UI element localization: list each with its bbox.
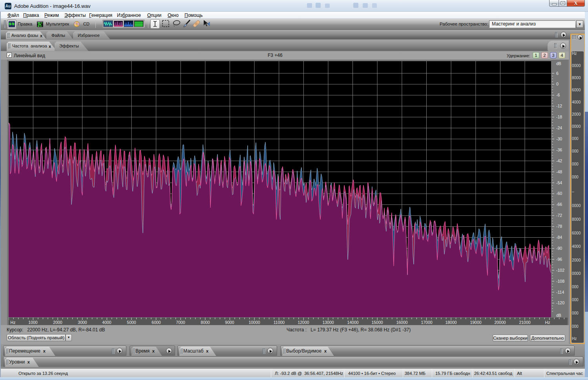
svg-text:20000: 20000 xyxy=(494,320,506,325)
svg-text:-120: -120 xyxy=(556,300,564,305)
svg-text:-60: -60 xyxy=(556,191,562,196)
svg-text:-96: -96 xyxy=(556,257,562,262)
svg-text:7000: 7000 xyxy=(176,320,185,325)
svg-text:13000: 13000 xyxy=(322,320,334,325)
svg-text:Hz: Hz xyxy=(545,320,550,325)
svg-text:19000: 19000 xyxy=(470,320,481,325)
svg-text:-24: -24 xyxy=(556,125,562,130)
svg-text:17000: 17000 xyxy=(421,320,432,325)
svg-text:5000: 5000 xyxy=(127,320,136,325)
svg-text:-12: -12 xyxy=(556,104,562,108)
svg-text:0: 0 xyxy=(556,82,559,86)
svg-text:-48: -48 xyxy=(556,169,562,174)
svg-text:16000: 16000 xyxy=(396,320,407,325)
svg-text:15000: 15000 xyxy=(371,320,383,325)
svg-text:-66: -66 xyxy=(556,202,562,207)
svg-text:-42: -42 xyxy=(556,158,562,163)
svg-text:2000: 2000 xyxy=(53,320,62,325)
svg-text:-30: -30 xyxy=(556,136,562,141)
svg-text:1000: 1000 xyxy=(28,320,38,325)
svg-text:21000: 21000 xyxy=(519,320,530,325)
svg-text:3000: 3000 xyxy=(78,320,87,325)
svg-text:-102: -102 xyxy=(556,268,564,273)
svg-text:-18: -18 xyxy=(556,115,562,119)
svg-text:-108: -108 xyxy=(556,279,564,284)
svg-text:18000: 18000 xyxy=(445,320,457,325)
svg-text:14000: 14000 xyxy=(347,320,358,325)
svg-text:-84: -84 xyxy=(556,235,562,240)
svg-text:8000: 8000 xyxy=(201,320,210,325)
svg-text:-6: -6 xyxy=(556,93,560,97)
svg-text:-36: -36 xyxy=(556,147,562,152)
svg-text:10000: 10000 xyxy=(248,320,260,325)
svg-text:dB: dB xyxy=(556,61,561,66)
svg-text:-78: -78 xyxy=(556,224,562,229)
svg-text:Hz: Hz xyxy=(11,320,16,325)
svg-text:dB: dB xyxy=(556,313,561,318)
svg-text:-114: -114 xyxy=(556,290,564,295)
svg-text:9000: 9000 xyxy=(225,320,234,325)
svg-text:-54: -54 xyxy=(556,180,562,185)
svg-text:4000: 4000 xyxy=(102,320,111,325)
svg-text:6: 6 xyxy=(556,71,559,76)
svg-text:-90: -90 xyxy=(556,246,562,251)
svg-text:12000: 12000 xyxy=(298,320,309,325)
svg-text:6000: 6000 xyxy=(152,320,161,325)
svg-text:11000: 11000 xyxy=(274,320,285,325)
svg-text:-72: -72 xyxy=(556,213,562,218)
